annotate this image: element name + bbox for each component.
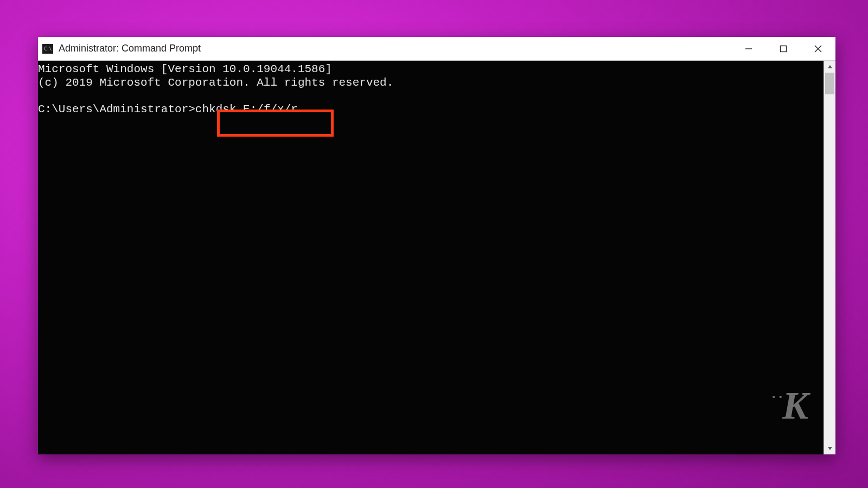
watermark-letter: K — [782, 384, 807, 427]
watermark-dots-icon: ·· — [772, 389, 786, 404]
command-prompt-window: C:\ Administrator: Command Prompt Micros… — [38, 37, 835, 454]
close-button[interactable] — [801, 37, 835, 60]
terminal-area: Microsoft Windows [Version 10.0.19044.15… — [38, 61, 835, 454]
scroll-down-button[interactable] — [824, 442, 835, 454]
terminal-line-version: Microsoft Windows [Version 10.0.19044.15… — [38, 63, 332, 75]
vertical-scrollbar[interactable] — [824, 61, 835, 454]
titlebar[interactable]: C:\ Administrator: Command Prompt — [38, 37, 835, 61]
terminal-command: chkdsk E:/f/x/r — [195, 103, 298, 115]
window-title: Administrator: Command Prompt — [59, 43, 731, 54]
terminal-prompt: C:\Users\Administrator> — [38, 103, 195, 115]
scroll-track[interactable] — [824, 73, 835, 442]
scroll-thumb[interactable] — [825, 73, 834, 94]
terminal-line-copyright: (c) 2019 Microsoft Corporation. All righ… — [38, 76, 393, 89]
svg-rect-1 — [781, 46, 787, 52]
watermark: ··K — [703, 365, 807, 447]
svg-marker-5 — [828, 447, 832, 450]
scroll-up-button[interactable] — [824, 61, 835, 73]
cmd-icon: C:\ — [42, 44, 53, 54]
window-controls — [731, 37, 835, 60]
svg-marker-4 — [828, 65, 832, 68]
terminal[interactable]: Microsoft Windows [Version 10.0.19044.15… — [38, 61, 824, 454]
maximize-button[interactable] — [766, 37, 801, 60]
minimize-button[interactable] — [731, 37, 766, 60]
cmd-icon-label: C:\ — [44, 46, 51, 52]
